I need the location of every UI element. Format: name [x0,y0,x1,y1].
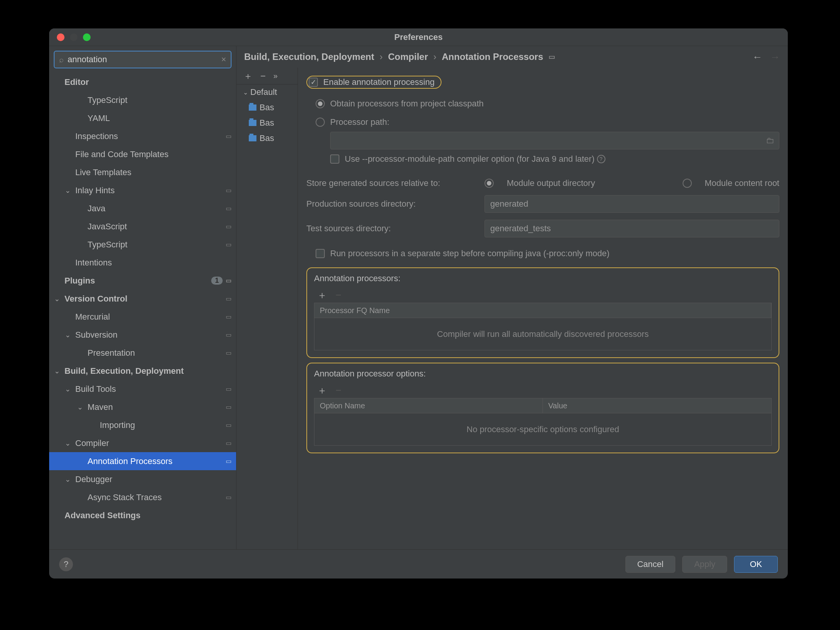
enable-label: Enable annotation processing [323,77,435,87]
opt-col-value: Value [543,398,771,413]
add-processor-icon[interactable]: ＋ [317,288,327,302]
remove-profile-icon[interactable]: − [260,71,266,81]
settings-tree: Editor TypeScript YAML Inspections▭ File… [49,73,236,549]
module-path-checkbox[interactable] [330,154,339,164]
clear-search-icon[interactable]: × [221,55,226,65]
opt-label: Annotation processor options: [314,369,772,379]
close-icon[interactable] [57,33,64,41]
tree-yaml[interactable]: YAML [49,109,236,127]
store-label: Store generated sources relative to: [306,178,475,188]
tree-bed[interactable]: ⌄Build, Execution, Deployment [49,362,236,380]
gear-icon: ▭ [226,458,231,465]
tree-async-stack[interactable]: Async Stack Traces▭ [49,488,236,506]
tree-build-tools[interactable]: ⌄Build Tools▭ [49,380,236,398]
sidebar: ⌕ × Editor TypeScript YAML Inspections▭ … [49,46,236,549]
main-panel: Build, Execution, Deployment › Compiler … [236,46,788,549]
tree-importing[interactable]: Importing▭ [49,416,236,434]
test-label: Test sources directory: [306,224,475,234]
chevron-down-icon: ⌄ [72,403,88,411]
add-option-icon[interactable]: ＋ [317,384,327,397]
titlebar: Preferences [49,28,788,46]
tree-live-templates[interactable]: Live Templates [49,163,236,181]
profile-module[interactable]: Bas [236,100,298,115]
gear-icon: ▭ [549,53,555,61]
search-input[interactable] [68,55,221,65]
gear-icon: ▭ [226,295,231,302]
tree-debugger[interactable]: ⌄Debugger [49,470,236,488]
profile-module[interactable]: Bas [236,115,298,131]
store-output-radio[interactable] [484,179,494,188]
ap-label: Annotation processors: [314,274,772,284]
enable-annotation-highlight: ✓ Enable annotation processing [306,76,441,89]
ok-button[interactable]: OK [734,556,778,573]
back-icon[interactable]: ← [752,51,762,63]
store-content-radio[interactable] [683,179,692,188]
preferences-window: Preferences ⌕ × Editor TypeScript YAML I… [49,28,788,579]
window-title: Preferences [394,32,443,42]
chevron-down-icon: ⌄ [49,367,64,375]
folder-icon[interactable]: 🗀 [766,136,774,146]
prod-label: Production sources directory: [306,199,475,209]
more-icon[interactable]: » [273,71,278,80]
dialog-footer: ? Cancel Apply OK [49,549,788,579]
gear-icon: ▭ [226,241,231,248]
chevron-down-icon: ⌄ [60,186,75,195]
chevron-down-icon: ⌄ [60,439,75,448]
gear-icon: ▭ [226,277,231,284]
obtain-label: Obtain processors from project classpath [330,99,484,109]
folder-icon [249,120,256,126]
enable-checkbox[interactable]: ✓ [309,78,318,87]
tree-subversion[interactable]: ⌄Subversion▭ [49,326,236,344]
tree-annotation-processors[interactable]: Annotation Processors▭ [49,452,236,470]
content: ⌕ × Editor TypeScript YAML Inspections▭ … [49,46,788,549]
chevron-down-icon: ⌄ [60,475,75,484]
processor-path-input[interactable]: 🗀 [330,132,779,149]
tree-inlay-javascript[interactable]: JavaScript▭ [49,217,236,235]
tree-editor[interactable]: Editor [49,73,236,91]
tree-intentions[interactable]: Intentions [49,254,236,272]
breadcrumb: Build, Execution, Deployment › Compiler … [244,51,752,62]
processor-path-label: Processor path: [330,117,389,127]
breadcrumb-item: Annotation Processors [442,51,543,62]
test-dir-input[interactable]: generated_tests [484,220,779,237]
help-icon[interactable]: ? [59,557,73,571]
breadcrumb-item[interactable]: Compiler [388,51,428,62]
separate-step-checkbox[interactable] [316,249,325,258]
cancel-button[interactable]: Cancel [625,556,675,573]
tree-presentation[interactable]: Presentation▭ [49,344,236,362]
tree-plugins[interactable]: Plugins1▭ [49,272,236,290]
profiles-toolbar: ＋ − » [236,68,298,85]
maximize-icon[interactable] [83,33,91,41]
processor-path-radio[interactable] [316,118,325,127]
search-input-container[interactable]: ⌕ × [54,51,231,68]
gear-icon: ▭ [226,223,231,230]
tree-file-code-templates[interactable]: File and Code Templates [49,145,236,163]
gear-icon: ▭ [226,349,231,356]
tree-advanced[interactable]: Advanced Settings [49,506,236,524]
store-output-label: Module output directory [507,178,595,188]
store-content-label: Module content root [705,178,779,188]
info-icon[interactable]: ? [597,155,605,163]
breadcrumb-item[interactable]: Build, Execution, Deployment [244,51,374,62]
tree-typescript[interactable]: TypeScript [49,91,236,109]
gear-icon: ▭ [226,403,231,411]
tree-inlay-hints[interactable]: ⌄Inlay Hints▭ [49,181,236,199]
tree-version-control[interactable]: ⌄Version Control▭ [49,290,236,308]
forward-icon: → [770,51,780,63]
tree-inspections[interactable]: Inspections▭ [49,127,236,145]
tree-mercurial[interactable]: Mercurial▭ [49,308,236,326]
separate-step-label: Run processors in a separate step before… [330,249,610,259]
add-profile-icon[interactable]: ＋ [243,70,253,82]
profile-default[interactable]: ⌄Default [236,85,298,100]
opt-table-empty: No processor-specific options configured [314,413,772,446]
chevron-down-icon: ⌄ [60,331,75,339]
tree-inlay-java[interactable]: Java▭ [49,199,236,217]
prod-dir-input[interactable]: generated [484,195,779,213]
tree-maven[interactable]: ⌄Maven▭ [49,398,236,416]
profile-module[interactable]: Bas [236,131,298,146]
gear-icon: ▭ [226,133,231,140]
tree-inlay-typescript[interactable]: TypeScript▭ [49,235,236,254]
ap-table-header: Processor FQ Name [314,303,772,318]
tree-compiler[interactable]: ⌄Compiler▭ [49,434,236,452]
obtain-classpath-radio[interactable] [316,99,325,108]
